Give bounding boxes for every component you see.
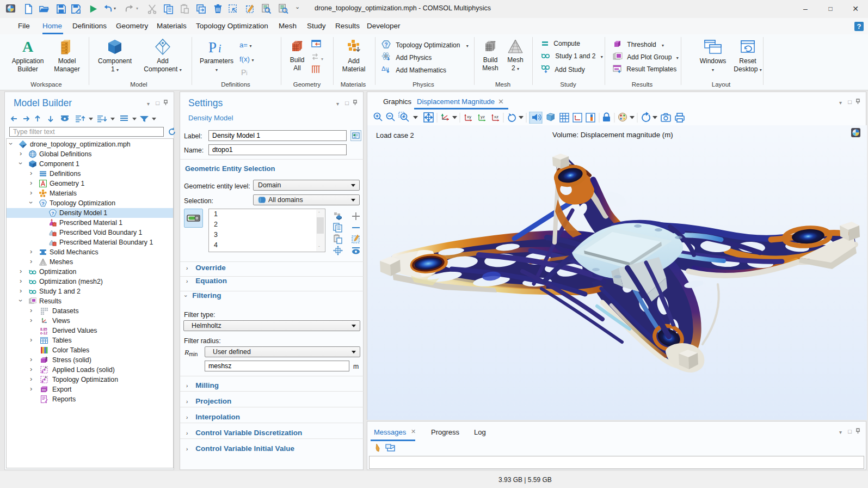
- svg-text:yz: yz: [481, 114, 485, 119]
- svg-text:P: P: [208, 39, 217, 55]
- svg-text:xy: xy: [467, 114, 471, 119]
- svg-text:?: ?: [384, 42, 387, 48]
- svg-text:A: A: [22, 39, 34, 55]
- svg-text:xz: xz: [494, 114, 498, 119]
- svg-text:i: i: [218, 42, 221, 54]
